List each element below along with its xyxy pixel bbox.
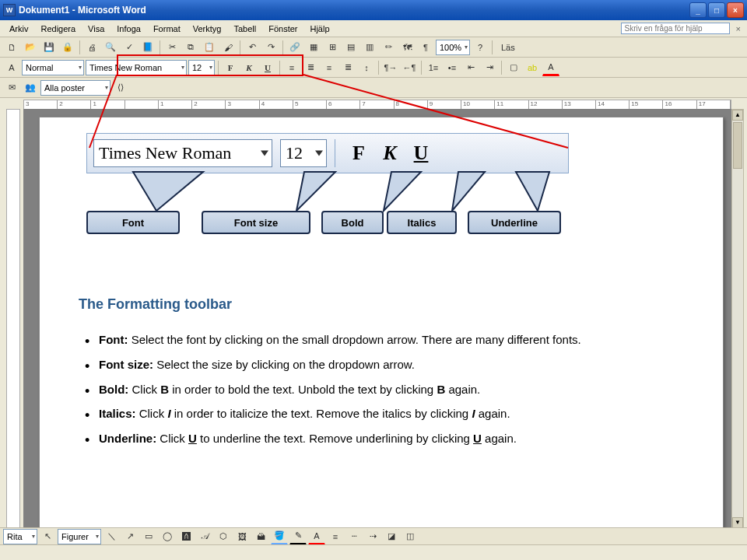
line-style-icon[interactable]: ≡: [327, 528, 344, 545]
show-marks-icon[interactable]: ¶: [417, 39, 434, 56]
underline-button[interactable]: U: [259, 59, 276, 76]
dash-style-icon[interactable]: ┄: [345, 528, 363, 545]
rtl-icon[interactable]: ←¶: [401, 59, 418, 76]
tables-borders-icon[interactable]: ▦: [305, 39, 322, 56]
menu-hjalp[interactable]: Hjälp: [303, 23, 335, 35]
menu-infoga[interactable]: Infoga: [110, 23, 147, 35]
rectangle-icon[interactable]: ▭: [140, 528, 157, 545]
line-icon[interactable]: ＼: [103, 528, 120, 545]
columns-icon[interactable]: ▥: [361, 39, 378, 56]
menu-visa[interactable]: Visa: [82, 23, 110, 35]
spell-icon[interactable]: ✓: [121, 39, 138, 56]
read-mode-button[interactable]: Läs: [496, 39, 521, 56]
docmap-icon[interactable]: 🗺: [398, 39, 416, 56]
arrow-style-icon[interactable]: ⇢: [364, 528, 381, 545]
save-icon[interactable]: 💾: [40, 39, 58, 56]
scroll-down-icon[interactable]: ▼: [732, 517, 743, 528]
textbox-icon[interactable]: 🅰: [177, 528, 195, 545]
menu-tabell[interactable]: Tabell: [227, 23, 262, 35]
close-button[interactable]: ×: [727, 2, 744, 18]
undo-icon[interactable]: ↶: [244, 39, 261, 56]
svg-marker-2: [384, 172, 421, 211]
align-right-icon[interactable]: ≡: [321, 59, 338, 76]
justify-icon[interactable]: ≣: [339, 59, 356, 76]
research-icon[interactable]: 📘: [139, 39, 156, 56]
help-icon[interactable]: ?: [472, 39, 489, 56]
bold-button[interactable]: F: [222, 59, 239, 76]
copy-icon[interactable]: ⧉: [182, 39, 199, 56]
fill-color-icon[interactable]: 🪣: [271, 528, 288, 545]
numbering-icon[interactable]: 1≡: [425, 59, 442, 76]
mm-recipients-icon[interactable]: 👥: [22, 79, 39, 96]
increase-indent-icon[interactable]: ⇥: [481, 59, 498, 76]
line-color-icon[interactable]: ✎: [289, 528, 307, 545]
menu-format[interactable]: Format: [147, 23, 187, 35]
term: Bold:: [99, 383, 128, 396]
autoshapes-menu[interactable]: Figurer: [58, 529, 101, 544]
font-dropdown[interactable]: Times New Roman: [86, 60, 187, 75]
borders-icon[interactable]: ▢: [505, 59, 522, 76]
enlarged-bold-button: F: [343, 139, 374, 167]
scroll-thumb[interactable]: [733, 122, 742, 169]
shadow-icon[interactable]: ◪: [383, 528, 400, 545]
excel-icon[interactable]: ▤: [342, 39, 359, 56]
open-icon[interactable]: 📂: [22, 39, 39, 56]
clipart-icon[interactable]: 🖼: [233, 528, 251, 545]
list-item: Italics: Click I in order to italicize t…: [85, 405, 684, 422]
font-size-dropdown[interactable]: 12: [188, 60, 215, 75]
hyperlink-icon[interactable]: 🔗: [286, 39, 303, 56]
decrease-indent-icon[interactable]: ⇤: [462, 59, 479, 76]
highlight-icon[interactable]: ab: [524, 59, 541, 76]
vertical-ruler[interactable]: [6, 109, 20, 529]
style-dropdown[interactable]: Normal: [22, 60, 84, 75]
print-icon[interactable]: 🖨: [83, 39, 100, 56]
callout-row: Font Font size Bold Italics Underline: [86, 211, 584, 242]
mm-records-dropdown[interactable]: Alla poster: [40, 80, 110, 96]
menu-redigera[interactable]: Redigera: [34, 23, 82, 35]
preview-icon[interactable]: 🔍: [102, 39, 119, 56]
help-search-input[interactable]: [621, 23, 730, 34]
enlarged-font-dropdown: Times New Roman: [93, 139, 272, 167]
3d-icon[interactable]: ◫: [402, 528, 419, 545]
permission-icon[interactable]: 🔒: [59, 39, 76, 56]
italic-button[interactable]: K: [240, 59, 258, 76]
help-close-icon[interactable]: ×: [733, 24, 744, 33]
document-page[interactable]: Times New Roman 12 F K U Font Font size …: [39, 117, 724, 529]
cut-icon[interactable]: ✂: [163, 39, 181, 56]
format-painter-icon[interactable]: 🖌: [219, 39, 237, 56]
font-color-draw-icon[interactable]: A: [308, 528, 325, 545]
redo-icon[interactable]: ↷: [262, 39, 279, 56]
bullets-icon[interactable]: •≡: [444, 59, 461, 76]
titlebar: W Dokument1 - Microsoft Word _ □ ×: [0, 0, 747, 20]
wordart-icon[interactable]: 𝒜: [196, 528, 213, 545]
mm-setup-icon[interactable]: ✉: [3, 79, 20, 96]
new-doc-icon[interactable]: 🗋: [3, 39, 20, 56]
menu-verktyg[interactable]: Verktyg: [187, 23, 228, 35]
list-item: Font size: Select the size by clicking o…: [85, 356, 684, 373]
paste-icon[interactable]: 📋: [201, 39, 218, 56]
minimize-button[interactable]: _: [689, 2, 707, 18]
mm-insert-icon[interactable]: ⟨⟩: [112, 79, 129, 96]
oval-icon[interactable]: ◯: [159, 528, 176, 545]
draw-menu[interactable]: Rita: [3, 529, 37, 544]
line-spacing-icon[interactable]: ↕: [358, 59, 375, 76]
font-color-icon[interactable]: A: [542, 59, 559, 76]
select-objects-icon[interactable]: ↖: [39, 528, 56, 545]
ltr-icon[interactable]: ¶→: [382, 59, 399, 76]
callout-italics: Italics: [387, 211, 457, 234]
drawing-icon[interactable]: ✏: [380, 39, 397, 56]
window-title: Dokument1 - Microsoft Word: [19, 5, 689, 16]
menu-fonster[interactable]: Fönster: [262, 23, 303, 35]
scroll-up-icon[interactable]: ▲: [732, 110, 743, 121]
maximize-button[interactable]: □: [708, 2, 725, 18]
vertical-scrollbar[interactable]: ▲ ▼: [731, 109, 744, 529]
align-center-icon[interactable]: ≣: [302, 59, 319, 76]
styles-pane-icon[interactable]: A: [3, 59, 20, 76]
arrow-icon[interactable]: ↗: [121, 528, 139, 545]
zoom-dropdown[interactable]: 100%: [436, 40, 470, 55]
insert-table-icon[interactable]: ⊞: [324, 39, 341, 56]
picture-icon[interactable]: 🏔: [252, 528, 269, 545]
menu-arkiv[interactable]: Arkiv: [3, 23, 34, 35]
diagram-icon[interactable]: ⬡: [215, 528, 232, 545]
align-left-icon[interactable]: ≡: [283, 59, 300, 76]
